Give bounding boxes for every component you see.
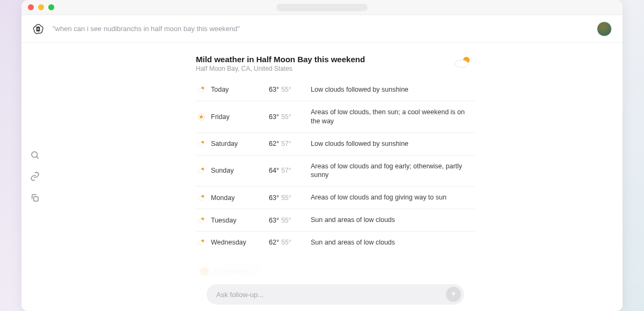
forecast-temps: 62°55° [269,239,306,246]
svg-line-13 [203,119,203,119]
copy-icon[interactable] [30,193,40,203]
svg-line-12 [199,114,199,115]
forecast-day: Today [211,86,265,93]
forecast-description: Areas of low clouds and fog giving way t… [311,193,475,202]
forecast-low: 55° [281,194,291,202]
svg-point-6 [197,88,203,92]
forecast-high: 63° [269,194,279,202]
forecast-description: Low clouds followed by sunshine [311,139,475,149]
forecast-low: 57° [281,140,291,147]
svg-point-23 [197,219,203,223]
weather-card-header: Mild weather in Half Moon Bay this weeke… [196,55,475,72]
main-content: Mild weather in Half Moon Bay this weeke… [48,43,623,311]
forecast-temps: 63°55° [269,217,306,224]
app-window: "when can i see nudibranchs in half moon… [21,0,623,311]
forecast-temps: 64°57° [269,167,306,174]
svg-line-1 [36,157,38,158]
forecast-day: Friday [211,113,265,121]
address-pill [276,4,368,11]
partly-cloudy-icon [453,55,473,72]
svg-line-15 [203,114,203,115]
forecast-low: 55° [281,86,291,93]
forecast-day: Sunday [211,167,265,174]
forecast-row: Friday63°55°Areas of low clouds, then su… [196,101,475,133]
send-button[interactable] [446,287,461,302]
weather-title: Mild weather in Half Moon Bay this weeke… [196,55,475,64]
forecast-low: 55° [281,239,291,246]
partly-cloudy-icon [196,216,207,225]
forecast-row: Monday63°55°Areas of low clouds and fog … [196,187,475,209]
source-name: AccuWeather [213,268,252,276]
forecast-high: 63° [269,113,279,121]
svg-point-19 [197,169,203,173]
forecast-description: Sun and areas of low clouds [311,238,475,247]
svg-point-17 [197,143,203,146]
window-controls [28,4,54,10]
maximize-window-button[interactable] [48,4,54,10]
forecast-description: Low clouds followed by sunshine [311,85,475,94]
partly-cloudy-icon [196,166,207,175]
partly-cloudy-icon [196,85,207,94]
svg-point-7 [200,115,202,118]
forecast-description: Areas of low clouds, then sun; a cool we… [311,108,475,126]
svg-point-4 [455,60,468,68]
forecast-temps: 63°55° [269,86,306,93]
forecast-description: Sun and areas of low clouds [311,216,475,225]
forecast-high: 62° [269,140,279,147]
header: "when can i see nudibranchs in half moon… [21,15,623,43]
forecast-high: 63° [269,86,279,93]
weather-location: Half Moon Bay, CA, United States [196,65,475,72]
svg-point-0 [32,152,38,158]
close-window-button[interactable] [28,4,34,10]
forecast-low: 55° [281,217,291,224]
forecast-row: Today63°55°Low clouds followed by sunshi… [196,79,475,101]
forecast-row: Wednesday62°55°Sun and areas of low clou… [196,232,475,254]
forecast-day: Wednesday [211,239,265,246]
titlebar [21,0,623,15]
link-icon[interactable] [30,172,40,181]
minimize-window-button[interactable] [38,4,44,10]
followup-input[interactable] [216,291,446,299]
forecast-description: Areas of low clouds and fog early; other… [311,162,475,180]
svg-rect-2 [34,197,38,201]
partly-cloudy-icon [196,139,207,148]
search-icon[interactable] [30,150,40,160]
accuweather-icon [200,268,209,276]
forecast-list: Today63°55°Low clouds followed by sunshi… [196,79,475,254]
forecast-high: 64° [269,167,279,174]
app-logo-icon[interactable] [32,23,44,35]
forecast-row: Sunday64°57°Areas of low clouds and fog … [196,156,475,187]
svg-point-25 [197,241,203,245]
forecast-day: Saturday [211,140,265,147]
forecast-high: 62° [269,239,279,246]
forecast-low: 57° [281,167,291,174]
source-chip[interactable]: AccuWeather [196,264,262,279]
sidebar [21,43,48,311]
composer[interactable] [207,284,464,305]
forecast-temps: 63°55° [269,194,306,202]
forecast-row: Tuesday63°55°Sun and areas of low clouds [196,209,475,232]
forecast-temps: 62°57° [269,140,306,147]
sunny-icon [196,113,207,121]
forecast-high: 63° [269,217,279,224]
avatar[interactable] [597,21,612,36]
forecast-day: Tuesday [211,217,265,224]
partly-cloudy-icon [196,194,207,202]
query-display: "when can i see nudibranchs in half moon… [53,25,588,33]
forecast-low: 55° [281,113,291,121]
forecast-row: Saturday62°57°Low clouds followed by sun… [196,133,475,156]
svg-point-21 [197,197,203,201]
partly-cloudy-icon [196,238,207,247]
forecast-temps: 63°55° [269,113,306,121]
svg-line-14 [199,119,199,119]
forecast-day: Monday [211,194,265,202]
